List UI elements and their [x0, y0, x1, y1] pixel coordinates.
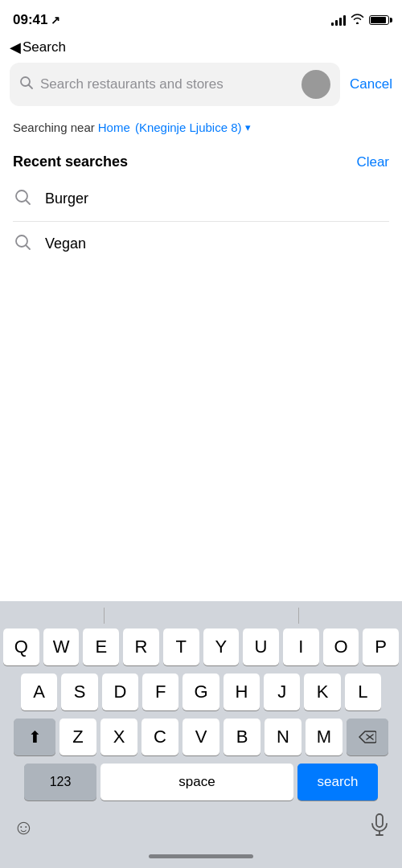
status-bar: 09:41 ↗: [0, 0, 402, 35]
avatar: [302, 70, 330, 99]
status-icons: [331, 14, 389, 27]
search-icon: [19, 76, 34, 93]
keyboard-bottom-row: ☺: [3, 809, 399, 847]
space-key[interactable]: space: [100, 764, 293, 800]
key-K[interactable]: K: [304, 674, 340, 710]
list-item[interactable]: Vegan: [13, 222, 389, 266]
key-H[interactable]: H: [224, 674, 260, 710]
recent-search-list: Burger Vegan: [0, 177, 402, 266]
chevron-down-icon[interactable]: ▾: [245, 121, 251, 133]
search-history-icon: [13, 188, 32, 210]
key-I[interactable]: I: [283, 628, 319, 665]
searching-near-prefix: Searching near: [13, 121, 95, 134]
key-D[interactable]: D: [102, 674, 138, 710]
key-F[interactable]: F: [142, 674, 178, 710]
emoji-icon[interactable]: ☺: [13, 815, 35, 840]
cancel-button[interactable]: Cancel: [340, 76, 392, 92]
svg-rect-8: [376, 814, 383, 827]
key-S[interactable]: S: [61, 674, 97, 710]
key-Q[interactable]: Q: [3, 628, 39, 665]
key-C[interactable]: C: [142, 719, 178, 755]
key-Z[interactable]: Z: [59, 719, 96, 755]
back-label: Search: [23, 39, 66, 55]
key-E[interactable]: E: [83, 628, 119, 665]
battery-icon: [369, 15, 389, 25]
key-O[interactable]: O: [323, 628, 359, 665]
shift-key[interactable]: ⬆: [14, 719, 55, 755]
keyboard-row-1: Q W E R T Y U I O P: [3, 628, 399, 665]
home-location-link[interactable]: Home (Kneginje Ljubice 8): [98, 121, 242, 134]
svg-line-3: [26, 200, 30, 204]
keyboard-handles: [3, 608, 399, 624]
signal-icon: [331, 14, 346, 26]
svg-line-5: [26, 245, 30, 249]
key-R[interactable]: R: [123, 628, 159, 665]
location-arrow-icon: ↗: [51, 14, 60, 27]
keyboard-row-4: 123 space search: [3, 764, 399, 800]
key-J[interactable]: J: [264, 674, 300, 710]
key-W[interactable]: W: [43, 628, 80, 665]
home-indicator: [3, 847, 399, 865]
back-arrow-icon: ◀: [10, 39, 21, 56]
nav-back[interactable]: ◀ Search: [0, 35, 402, 63]
delete-key[interactable]: [347, 719, 388, 755]
key-U[interactable]: U: [243, 628, 279, 665]
key-A[interactable]: A: [21, 674, 57, 710]
search-key[interactable]: search: [297, 764, 378, 800]
wifi-icon: [351, 14, 364, 27]
svg-line-1: [29, 85, 33, 89]
searching-near: Searching near Home (Kneginje Ljubice 8)…: [0, 116, 402, 147]
search-bar-container: Cancel: [0, 63, 402, 106]
recent-searches-header: Recent searches Clear: [0, 147, 402, 177]
status-time: 09:41 ↗: [13, 12, 60, 28]
recent-searches-title: Recent searches: [13, 154, 128, 170]
key-B[interactable]: B: [224, 719, 260, 755]
key-V[interactable]: V: [183, 719, 219, 755]
keyboard-row-3: ⬆ Z X C V B N M: [3, 719, 399, 755]
list-item[interactable]: Burger: [13, 177, 389, 222]
clear-button[interactable]: Clear: [356, 154, 389, 170]
key-Y[interactable]: Y: [203, 628, 240, 665]
search-input[interactable]: [40, 76, 295, 92]
home-bar: [149, 854, 253, 858]
location-detail: (Kneginje Ljubice 8): [135, 121, 242, 134]
search-item-label: Burger: [45, 190, 88, 207]
search-history-icon: [13, 233, 32, 255]
key-T[interactable]: T: [163, 628, 199, 665]
search-bar[interactable]: [10, 63, 340, 106]
key-X[interactable]: X: [100, 719, 137, 755]
key-L[interactable]: L: [345, 674, 381, 710]
num-key[interactable]: 123: [24, 764, 96, 800]
keyboard-row-2: A S D F G H J K L: [3, 674, 399, 710]
microphone-icon[interactable]: [370, 813, 389, 841]
key-G[interactable]: G: [183, 674, 219, 710]
location-label: Home: [98, 121, 130, 134]
search-item-label: Vegan: [45, 235, 86, 252]
key-P[interactable]: P: [363, 628, 399, 665]
key-N[interactable]: N: [265, 719, 302, 755]
key-M[interactable]: M: [306, 719, 343, 755]
keyboard: Q W E R T Y U I O P A S D F G H J K L ⬆ …: [0, 601, 402, 868]
time-display: 09:41: [13, 12, 47, 28]
